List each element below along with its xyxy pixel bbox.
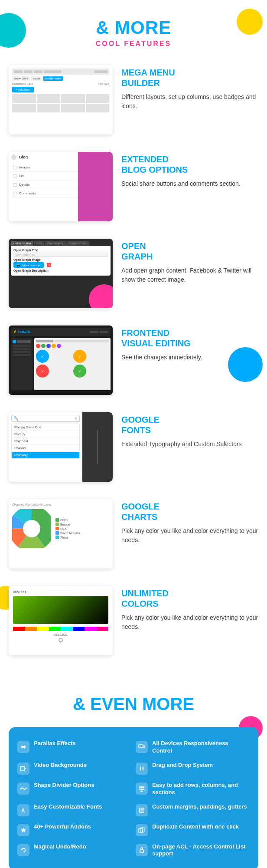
features-card: Parallax Effects All Devices Responsiven… bbox=[9, 727, 258, 868]
feature-item-acl: On-page ACL - Access Control List suppor… bbox=[136, 843, 250, 858]
video-label: Video Backgrounds bbox=[34, 762, 87, 769]
charts-title: GOOGLE CHARTS bbox=[121, 501, 258, 522]
feature-row-colors: #66c221 #8EC021 UNLIMITED COLORS bbox=[9, 586, 258, 655]
colors-desc: Pick any color you like and color everyt… bbox=[121, 613, 258, 631]
color-hash-bottom: #8EC021 bbox=[13, 633, 108, 637]
charts-image: Organic Agricultural Land China Europe U… bbox=[9, 499, 113, 569]
mega-menu-text: MEGA MENU BUILDER Different layouts, set… bbox=[121, 65, 258, 111]
svg-rect-8 bbox=[20, 766, 25, 771]
og-title: OPEN GRAPH bbox=[121, 241, 258, 262]
mega-menu-image: Super Cities Status Design Profile Backg… bbox=[9, 65, 113, 135]
colors-image: #66c221 #8EC021 bbox=[9, 586, 113, 655]
parallax-label: Parallax Effects bbox=[34, 740, 76, 747]
svg-rect-26 bbox=[140, 850, 143, 853]
og-desc: Add open graph content. Facebook & Twitt… bbox=[121, 266, 258, 284]
features-grid: Parallax Effects All Devices Responsiven… bbox=[17, 740, 250, 858]
charts-text: GOOGLE CHARTS Pick any color you like an… bbox=[121, 499, 258, 545]
svg-point-14 bbox=[143, 768, 144, 769]
svg-point-10 bbox=[140, 766, 141, 768]
svg-point-15 bbox=[143, 769, 144, 770]
features-section: Super Cities Status Design Profile Backg… bbox=[0, 56, 267, 681]
charts-desc: Pick any color you like and color everyt… bbox=[121, 526, 258, 545]
feature-item-dragdrop: Drag and Drop System bbox=[136, 762, 250, 775]
header-section: & MORE COOL FEATURES bbox=[0, 0, 267, 56]
og-image: OPEN GRAPH CSS PUBLISHING PERMISSIONS Op… bbox=[9, 239, 113, 308]
frontend-desc: See the changes immediately. bbox=[121, 353, 258, 362]
margins-label: Custom margins, paddings, gutters bbox=[152, 803, 247, 811]
dragdrop-label: Drag and Drop System bbox=[152, 762, 213, 769]
feature-item-margins: Custom margins, paddings, gutters bbox=[136, 803, 250, 816]
feature-item-video: Video Backgrounds bbox=[17, 762, 131, 775]
feature-row-fonts: 🔍 ⊕ Racing Sans One Radley Rajdhani Rakk… bbox=[9, 412, 258, 482]
devices-label: All Devices Responsiveness Control bbox=[152, 740, 250, 755]
svg-rect-22 bbox=[140, 809, 143, 812]
feature-row-charts: Organic Agricultural Land China Europe U… bbox=[9, 499, 258, 569]
rows-icon bbox=[136, 783, 148, 795]
fonts-icon: A bbox=[17, 804, 29, 816]
fonts-title: GOOGLE FONTS bbox=[121, 414, 258, 435]
addons-label: 40+ Powerful Addons bbox=[34, 823, 91, 831]
feature-item-duplicate: Duplicate Content with one click bbox=[136, 823, 250, 836]
feature-row-blog: Blog Images List Details Comments EXTEND… bbox=[9, 152, 258, 221]
svg-text:A: A bbox=[21, 808, 25, 814]
fonts-desc: Extended Typography and Custom Selectors bbox=[121, 440, 258, 449]
shape-label: Shape Divider Options bbox=[34, 782, 94, 789]
frontend-image: ⚡ YAMATO bbox=[9, 326, 113, 395]
even-more-section: & EVEN MORE bbox=[0, 681, 267, 723]
pie-chart bbox=[12, 509, 51, 548]
devices-icon bbox=[136, 741, 148, 753]
fonts-image: 🔍 ⊕ Racing Sans One Radley Rajdhani Rakk… bbox=[9, 412, 113, 482]
mega-menu-title: MEGA MENU BUILDER bbox=[121, 67, 258, 88]
shape-icon bbox=[17, 783, 29, 795]
page-subtitle: COOL FEATURES bbox=[9, 40, 258, 48]
features-card-wrapper: Parallax Effects All Devices Responsiven… bbox=[0, 727, 267, 868]
feature-item-fonts: A Easy Customizable Fonts bbox=[17, 803, 131, 816]
svg-point-13 bbox=[143, 766, 144, 768]
feature-item-addons: 40+ Powerful Addons bbox=[17, 823, 131, 836]
svg-rect-16 bbox=[139, 786, 144, 788]
undo-label: Magical Undo/Redo bbox=[34, 843, 86, 851]
color-hash-top: #66c221 bbox=[13, 590, 108, 594]
svg-rect-17 bbox=[139, 789, 144, 790]
parallax-icon bbox=[17, 741, 29, 753]
feature-row-frontend: ⚡ YAMATO bbox=[9, 326, 258, 395]
dragdrop-icon bbox=[136, 763, 148, 775]
svg-marker-9 bbox=[25, 768, 26, 769]
addons-icon bbox=[17, 824, 29, 836]
feature-item-undo: Magical Undo/Redo bbox=[17, 843, 131, 858]
feature-row-og: OPEN GRAPH CSS PUBLISHING PERMISSIONS Op… bbox=[9, 239, 258, 308]
blog-image: Blog Images List Details Comments bbox=[9, 152, 113, 221]
rows-label: Easy to add rows, columns, and sections bbox=[152, 782, 250, 796]
frontend-title: FRONTEND VISUAL EDITING bbox=[121, 328, 258, 349]
margins-icon bbox=[136, 804, 148, 816]
feature-item-rows: Easy to add rows, columns, and sections bbox=[136, 782, 250, 796]
duplicate-label: Duplicate Content with one click bbox=[152, 823, 239, 831]
blog-desc: Social share buttons and comments sectio… bbox=[121, 179, 258, 188]
svg-rect-6 bbox=[139, 745, 143, 748]
duplicate-icon bbox=[136, 824, 148, 836]
deco-yellow-circle bbox=[237, 9, 263, 35]
frontend-text: FRONTEND VISUAL EDITING See the changes … bbox=[121, 326, 258, 362]
acl-icon bbox=[136, 844, 148, 856]
fonts-text: GOOGLE FONTS Extended Typography and Cus… bbox=[121, 412, 258, 449]
acl-label: On-page ACL - Access Control List suppor… bbox=[152, 843, 250, 858]
svg-point-11 bbox=[140, 768, 141, 769]
feature-item-shape: Shape Divider Options bbox=[17, 782, 131, 796]
colors-title: UNLIMITED COLORS bbox=[121, 588, 258, 609]
undo-icon bbox=[17, 844, 29, 856]
fonts-label: Easy Customizable Fonts bbox=[34, 803, 102, 811]
even-more-title: & EVEN MORE bbox=[9, 694, 258, 714]
mega-menu-desc: Different layouts, set up columns, use b… bbox=[121, 92, 258, 111]
feature-item-parallax: Parallax Effects bbox=[17, 740, 131, 755]
page-title: & MORE bbox=[9, 17, 258, 38]
blog-title: EXTENDED BLOG OPTIONS bbox=[121, 154, 258, 175]
colors-text: UNLIMITED COLORS Pick any color you like… bbox=[121, 586, 258, 631]
og-text: OPEN GRAPH Add open graph content. Faceb… bbox=[121, 239, 258, 284]
feature-row-mega-menu: Super Cities Status Design Profile Backg… bbox=[9, 65, 258, 135]
svg-point-5 bbox=[23, 520, 40, 537]
video-icon bbox=[17, 763, 29, 775]
feature-item-devices: All Devices Responsiveness Control bbox=[136, 740, 250, 755]
svg-point-12 bbox=[140, 769, 141, 770]
blog-text: EXTENDED BLOG OPTIONS Social share butto… bbox=[121, 152, 258, 188]
